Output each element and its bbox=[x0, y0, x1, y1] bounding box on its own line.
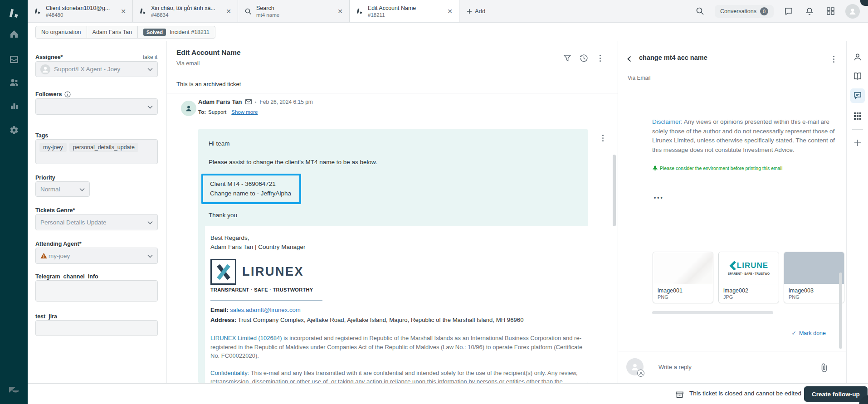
tab-ticket-48834[interactable]: Xin chào, tôi gửi ảnh xá...#48834 ✕ bbox=[133, 0, 238, 22]
panel-scrollbar-thumb[interactable] bbox=[839, 273, 842, 349]
ticket-channel: Via email bbox=[176, 60, 200, 67]
plus-icon bbox=[467, 9, 472, 14]
attachment-card-image001[interactable]: image001 PNG bbox=[653, 252, 713, 303]
attachment-card-image003[interactable]: image003 PNG bbox=[784, 252, 844, 303]
home-icon bbox=[9, 29, 19, 39]
add-label: Add bbox=[475, 8, 485, 15]
ticket-ref-label: Incident #18211 bbox=[170, 29, 210, 35]
show-more-link[interactable]: Show more bbox=[231, 109, 258, 115]
user-avatar[interactable] bbox=[845, 4, 860, 19]
sidebar-item-admin[interactable] bbox=[0, 121, 28, 139]
priority-select[interactable]: Normal bbox=[35, 181, 90, 197]
rail-apps-button[interactable] bbox=[853, 111, 863, 121]
create-follow-up-button[interactable]: Create follow-up bbox=[804, 386, 868, 402]
lirunex-logo: LIRUNEX bbox=[210, 259, 579, 285]
assignee-select[interactable]: Support/LX Agent - Joey bbox=[35, 61, 158, 77]
grid-icon bbox=[826, 7, 835, 15]
attachments-scrollbar-thumb[interactable] bbox=[652, 311, 773, 314]
tab-search[interactable]: Searchmt4 name ✕ bbox=[238, 0, 350, 22]
lirunex-tagline: TRANSPARENT · SAFE · TRUSTWORTHY bbox=[210, 287, 579, 292]
breadcrumb-organization[interactable]: No organization bbox=[35, 26, 87, 39]
kebab-icon bbox=[833, 58, 834, 60]
ticket-fields-sidebar: Assignee* take it Support/LX Agent - Joe… bbox=[28, 41, 167, 383]
close-icon[interactable]: ✕ bbox=[336, 7, 345, 16]
notifications-button[interactable] bbox=[804, 5, 815, 17]
mark-done-button[interactable]: ✓ Mark done bbox=[791, 330, 826, 336]
attachment-type: JPG bbox=[723, 294, 774, 300]
conversations-count-badge: 0 bbox=[760, 7, 768, 15]
breadcrumb-ticket[interactable]: Solved Incident #18211 bbox=[137, 26, 215, 39]
zendesk-mark-icon bbox=[8, 8, 20, 19]
email-message-body: Hi team Please assist to change the clie… bbox=[198, 129, 588, 383]
registration-link[interactable]: LIRUNEX Limited (102684) bbox=[210, 335, 282, 341]
email-label: Email: bbox=[210, 307, 229, 313]
message-menu-button[interactable] bbox=[597, 132, 609, 144]
disclaimer-label: Disclaimer: bbox=[652, 118, 683, 125]
side-conversation-channel: Via Email bbox=[628, 75, 650, 81]
close-icon[interactable]: ✕ bbox=[445, 7, 454, 16]
confidentiality-text: This e-mail and any files transmitted wi… bbox=[210, 370, 578, 384]
signature-regards: Best Regards, bbox=[210, 234, 579, 243]
take-it-link[interactable]: take it bbox=[143, 54, 157, 60]
sidebar-item-home[interactable] bbox=[0, 25, 28, 43]
tab-bar: Client stonetan1010@g...#48480 ✕ Xin chà… bbox=[28, 0, 868, 23]
apps-icon-rail bbox=[846, 41, 868, 383]
rail-add-app-button[interactable] bbox=[853, 138, 863, 148]
telegram-channel-input[interactable] bbox=[35, 280, 158, 302]
test-jira-input[interactable] bbox=[35, 320, 158, 336]
signature-email-row: Email: sales.adamft@lirunex.com bbox=[210, 307, 579, 313]
trimmed-content-button[interactable]: ••• bbox=[654, 195, 664, 201]
events-history-button[interactable] bbox=[578, 52, 590, 64]
reply-input[interactable]: Write a reply bbox=[658, 364, 692, 370]
user-icon bbox=[853, 53, 862, 62]
assignee-label: Assignee* bbox=[35, 54, 63, 60]
rail-side-conversations-button[interactable] bbox=[853, 91, 863, 101]
apps-button[interactable] bbox=[824, 5, 836, 17]
breadcrumb-requester[interactable]: Adam Faris Tan bbox=[87, 26, 138, 39]
chat-button[interactable] bbox=[783, 5, 795, 17]
email-signature: Best Regards, Adam Faris Tan | Country M… bbox=[205, 226, 588, 383]
search-icon bbox=[244, 8, 252, 15]
info-icon[interactable] bbox=[64, 91, 71, 97]
filter-conversation-button[interactable] bbox=[561, 52, 573, 64]
conversation-menu-button[interactable] bbox=[594, 52, 606, 64]
book-icon bbox=[853, 72, 862, 81]
rail-knowledge-button[interactable] bbox=[853, 71, 863, 81]
attachment-thumbnail bbox=[653, 252, 713, 284]
back-button[interactable] bbox=[624, 53, 635, 65]
email-link[interactable]: sales.adamft@lirunex.com bbox=[230, 307, 301, 313]
status-badge: Solved bbox=[143, 29, 166, 36]
attach-file-button[interactable] bbox=[818, 361, 830, 373]
check-icon: ✓ bbox=[791, 330, 796, 336]
sidebar-item-reporting[interactable] bbox=[0, 97, 28, 115]
tab-ticket-18211-active[interactable]: Edit Account Name#18211 ✕ bbox=[350, 0, 459, 22]
reply-area[interactable]: Write a reply bbox=[618, 351, 846, 383]
test-jira-label: test_jira bbox=[35, 313, 57, 320]
sidebar-item-customers[interactable] bbox=[0, 73, 28, 92]
rail-customer-context-button[interactable] bbox=[853, 52, 863, 62]
close-icon[interactable]: ✕ bbox=[119, 7, 128, 16]
conversations-label: Conversations bbox=[720, 8, 756, 15]
sender-avatar[interactable] bbox=[181, 101, 196, 116]
followers-select[interactable] bbox=[35, 98, 158, 115]
side-conversation-menu-button[interactable] bbox=[828, 53, 839, 65]
zendesk-product-logo[interactable] bbox=[0, 5, 28, 23]
message-timestamp: Feb 26, 2024 6:15 pm bbox=[259, 99, 312, 105]
tab-ticket-48480[interactable]: Client stonetan1010@g...#48480 ✕ bbox=[28, 0, 133, 22]
main-scrollbar-thumb[interactable] bbox=[613, 155, 616, 226]
tags-field[interactable]: my-joey personal_details_update bbox=[35, 139, 158, 164]
plus-icon bbox=[854, 139, 861, 146]
attending-agent-select[interactable]: my-joey bbox=[35, 248, 158, 264]
attachment-card-image002[interactable]: LIRUNE SPARENT · SAFE · TRUSTWO image002… bbox=[718, 252, 779, 303]
global-search-button[interactable] bbox=[694, 5, 706, 17]
eco-note-text: Please consider the environment before p… bbox=[660, 165, 782, 171]
tag-chip: my-joey bbox=[39, 143, 67, 152]
chat-icon bbox=[784, 7, 793, 16]
add-tab-button[interactable]: Add bbox=[459, 0, 493, 22]
mark-done-label: Mark done bbox=[799, 330, 826, 336]
close-icon[interactable]: ✕ bbox=[224, 7, 233, 16]
ticket-closed-notice: This ticket is closed and cannot be edit… bbox=[689, 390, 801, 397]
tickets-genre-select[interactable]: Personal Details Update bbox=[35, 214, 158, 230]
conversations-button[interactable]: Conversations 0 bbox=[715, 5, 774, 18]
sidebar-item-views[interactable] bbox=[0, 50, 28, 68]
